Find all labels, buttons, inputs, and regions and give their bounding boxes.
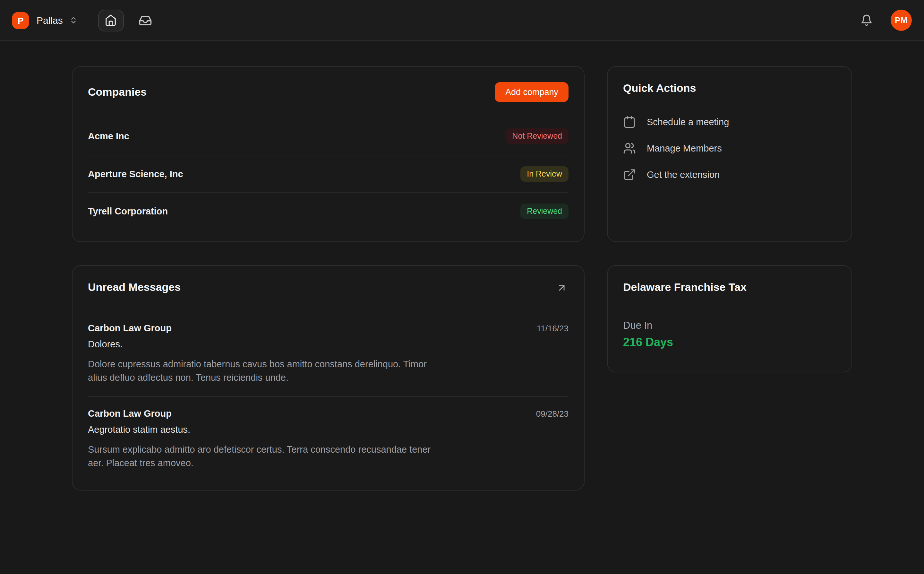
unread-messages-card: Unread Messages Carbon Law Group 11 xyxy=(72,265,585,490)
notifications-button[interactable] xyxy=(856,10,877,30)
company-name: Aperture Science, Inc xyxy=(88,169,183,179)
calendar-icon xyxy=(623,115,636,128)
top-bar: P Pallas xyxy=(0,0,924,41)
quick-actions-list: Schedule a meeting Manage Members xyxy=(623,115,836,181)
company-name: Acme Inc xyxy=(88,131,129,141)
unread-messages-title: Unread Messages xyxy=(88,281,181,294)
message-item[interactable]: Carbon Law Group 11/16/23 Dolores. Dolor… xyxy=(88,323,569,385)
message-list: Carbon Law Group 11/16/23 Dolores. Dolor… xyxy=(88,323,569,470)
message-subject: Dolores. xyxy=(88,339,569,349)
quick-actions-card: Quick Actions Schedule a meeting xyxy=(607,66,852,242)
companies-card: Companies Add company Acme Inc Not Revie… xyxy=(72,66,585,242)
nav-inbox-button[interactable] xyxy=(133,9,159,31)
workspace-name: Pallas xyxy=(36,15,63,26)
user-avatar-initials: PM xyxy=(895,16,908,25)
companies-title: Companies xyxy=(88,86,147,99)
franchise-tax-card: Delaware Franchise Tax Due In 216 Days xyxy=(607,265,852,372)
message-item[interactable]: Carbon Law Group 09/28/23 Aegrotatio sta… xyxy=(88,408,569,470)
tax-due-label: Due In xyxy=(623,320,836,331)
message-body: Sursum explicabo admitto aro defetiscor … xyxy=(88,443,442,470)
nav-home-button[interactable] xyxy=(98,9,124,31)
status-badge: Reviewed xyxy=(520,203,569,219)
quick-action-schedule-meeting[interactable]: Schedule a meeting xyxy=(623,115,836,128)
tax-due-value: 216 Days xyxy=(623,336,836,349)
home-icon xyxy=(105,14,117,26)
users-icon xyxy=(623,142,636,155)
company-list: Acme Inc Not Reviewed Aperture Science, … xyxy=(88,118,569,229)
quick-action-get-extension[interactable]: Get the extension xyxy=(623,168,836,181)
message-sender: Carbon Law Group xyxy=(88,408,172,419)
quick-action-manage-members[interactable]: Manage Members xyxy=(623,142,836,155)
message-subject: Aegrotatio statim aestus. xyxy=(88,424,569,435)
inbox-icon xyxy=(139,14,152,27)
primary-nav xyxy=(98,9,159,31)
franchise-tax-title: Delaware Franchise Tax xyxy=(623,281,836,294)
external-link-icon xyxy=(623,168,636,181)
add-company-button[interactable]: Add company xyxy=(495,82,569,102)
company-name: Tyrell Corporation xyxy=(88,206,168,216)
company-row[interactable]: Acme Inc Not Reviewed xyxy=(88,118,569,155)
user-avatar[interactable]: PM xyxy=(891,9,912,31)
quick-actions-title: Quick Actions xyxy=(623,82,836,95)
workspace-logo: P xyxy=(12,12,29,28)
main-content: Companies Add company Acme Inc Not Revie… xyxy=(0,41,924,490)
quick-action-label: Schedule a meeting xyxy=(647,117,729,127)
message-divider xyxy=(88,396,569,397)
status-badge: In Review xyxy=(520,166,569,181)
open-messages-button[interactable] xyxy=(555,281,569,295)
status-badge: Not Reviewed xyxy=(506,128,569,144)
message-date: 09/28/23 xyxy=(536,409,569,419)
message-sender: Carbon Law Group xyxy=(88,323,172,333)
quick-action-label: Get the extension xyxy=(647,169,720,180)
dashboard-page: P Pallas xyxy=(0,0,924,574)
workspace-logo-letter: P xyxy=(18,15,24,25)
message-date: 11/16/23 xyxy=(537,323,569,333)
chevrons-up-down-icon xyxy=(69,16,78,24)
workspace-switcher[interactable]: P Pallas xyxy=(12,12,78,28)
company-row[interactable]: Tyrell Corporation Reviewed xyxy=(88,192,569,229)
quick-action-label: Manage Members xyxy=(647,143,722,153)
message-body: Dolore cupressus admiratio tabernus cavu… xyxy=(88,358,442,385)
bell-icon xyxy=(861,14,873,26)
arrow-up-right-icon xyxy=(556,282,567,293)
company-row[interactable]: Aperture Science, Inc In Review xyxy=(88,155,569,192)
